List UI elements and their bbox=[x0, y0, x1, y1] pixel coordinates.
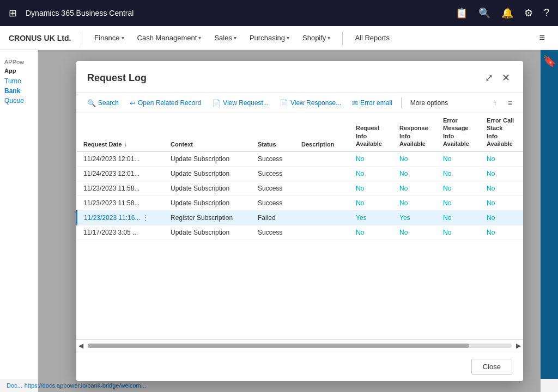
scroll-left-icon[interactable]: ◀ bbox=[76, 342, 86, 350]
request-date-cell: 11/24/2023 12:01... bbox=[77, 167, 164, 181]
sidebar: APPow App Turno Bank Queue bbox=[0, 50, 38, 392]
request-date-link[interactable]: 11/23/2023 11:16... bbox=[84, 214, 140, 222]
bookmark-icon[interactable]: 🔖 bbox=[543, 54, 556, 68]
th-error-message[interactable]: ErrorMessageInfoAvailable bbox=[436, 113, 480, 151]
th-request-info[interactable]: RequestInfoAvailable bbox=[349, 113, 393, 151]
nav-purchasing-label: Purchasing bbox=[250, 34, 285, 42]
column-settings-icon[interactable]: ≡ bbox=[504, 96, 517, 109]
table-row[interactable]: 11/23/2023 11:16...⋮Register Subscriptio… bbox=[77, 211, 523, 225]
nav-finance[interactable]: Finance ▾ bbox=[89, 26, 129, 50]
request-info-cell: No bbox=[349, 167, 393, 181]
app-title: Dynamics 365 Business Central bbox=[26, 9, 447, 17]
nav-divider bbox=[82, 32, 82, 45]
status-cell: Success bbox=[251, 181, 295, 196]
context-cell: Update Subscription bbox=[164, 181, 251, 196]
sidebar-content: APPow App Turno Bank Queue bbox=[0, 54, 38, 110]
nav-all-reports-label: All Reports bbox=[355, 34, 390, 42]
scroll-thumb[interactable] bbox=[88, 344, 469, 348]
main-area: Request Log ⤢ ✕ 🔍 Search ↩ Open Related … bbox=[38, 50, 541, 392]
table-row[interactable]: 11/24/2023 12:01...Update SubscriptionSu… bbox=[77, 151, 523, 167]
search-button[interactable]: 🔍 Search bbox=[83, 97, 123, 109]
nav-sales[interactable]: Sales ▾ bbox=[209, 26, 242, 50]
close-button[interactable]: Close bbox=[471, 359, 512, 375]
nav-shopify-label: Shopify bbox=[302, 34, 326, 42]
sidebar-section-label: App bbox=[4, 68, 33, 74]
gear-icon[interactable]: ⚙ bbox=[524, 7, 533, 19]
table-container[interactable]: Request Date ↓ Context Status bbox=[76, 113, 523, 339]
nav-finance-label: Finance bbox=[94, 34, 119, 42]
toolbar-separator bbox=[401, 97, 402, 108]
status-cell: Failed bbox=[251, 211, 295, 225]
description-cell bbox=[295, 196, 349, 211]
th-context[interactable]: Context bbox=[164, 113, 251, 151]
nav-purchasing[interactable]: Purchasing ▾ bbox=[244, 26, 295, 50]
error-call-stack-cell: No bbox=[480, 167, 523, 181]
sidebar-app-label: APPow bbox=[4, 59, 33, 65]
company-name[interactable]: CRONUS UK Ltd. bbox=[9, 34, 71, 42]
view-response-button[interactable]: 📄 View Response... bbox=[275, 97, 345, 109]
scroll-right-icon[interactable]: ▶ bbox=[514, 342, 523, 350]
nav-cash-label: Cash Management bbox=[137, 34, 197, 42]
sidebar-item-turno[interactable]: Turno bbox=[4, 76, 33, 86]
view-request-label: View Request... bbox=[223, 99, 269, 107]
document-icon[interactable]: 📋 bbox=[456, 7, 468, 19]
help-icon[interactable]: ? bbox=[544, 7, 549, 19]
error-email-button[interactable]: ✉ Error email bbox=[348, 97, 397, 109]
th-response-info-label: ResponseInfoAvailable bbox=[399, 125, 428, 147]
table-row[interactable]: 11/23/2023 11:58...Update SubscriptionSu… bbox=[77, 181, 523, 196]
close-icon[interactable]: ✕ bbox=[500, 70, 512, 86]
modal-body: Request Date ↓ Context Status bbox=[76, 113, 523, 352]
th-response-info[interactable]: ResponseInfoAvailable bbox=[393, 113, 436, 151]
th-status-label: Status bbox=[258, 141, 276, 148]
view-request-button[interactable]: 📄 View Request... bbox=[208, 97, 273, 109]
scroll-track[interactable] bbox=[88, 344, 512, 348]
horizontal-scrollbar[interactable]: ◀ ▶ bbox=[76, 339, 523, 352]
status-cell: Success bbox=[251, 151, 295, 167]
bell-icon[interactable]: 🔔 bbox=[501, 7, 513, 19]
sidebar-item-queue[interactable]: Queue bbox=[4, 96, 33, 106]
more-options-label: More options bbox=[410, 99, 448, 107]
top-navigation-bar: ⊞ Dynamics 365 Business Central 📋 🔍 🔔 ⚙ … bbox=[0, 0, 558, 26]
context-cell: Register Subscription bbox=[164, 211, 251, 225]
request-date-cell: 11/23/2023 11:58... bbox=[77, 181, 164, 196]
table-row[interactable]: 11/17/2023 3:05 ...Update SubscriptionSu… bbox=[77, 225, 523, 240]
grid-icon[interactable]: ⊞ bbox=[9, 7, 17, 19]
more-options-button[interactable]: More options bbox=[406, 97, 452, 109]
nav-shopify[interactable]: Shopify ▾ bbox=[297, 26, 336, 50]
view-response-icon: 📄 bbox=[280, 99, 288, 107]
context-cell: Update Subscription bbox=[164, 167, 251, 181]
th-error-message-label: ErrorMessageInfoAvailable bbox=[443, 117, 469, 147]
th-status[interactable]: Status bbox=[251, 113, 295, 151]
row-actions-icon[interactable]: ⋮ bbox=[140, 214, 151, 222]
nav-cash-management[interactable]: Cash Management ▾ bbox=[132, 26, 207, 50]
nav-purchasing-arrow: ▾ bbox=[287, 35, 289, 41]
th-request-date[interactable]: Request Date ↓ bbox=[77, 113, 164, 151]
status-cell: Success bbox=[251, 196, 295, 211]
nav-cash-arrow: ▾ bbox=[198, 35, 201, 41]
request-info-cell: No bbox=[349, 181, 393, 196]
table-row[interactable]: 11/23/2023 11:58...Update SubscriptionSu… bbox=[77, 196, 523, 211]
share-icon[interactable]: ↑ bbox=[489, 96, 501, 109]
context-cell: Update Subscription bbox=[164, 151, 251, 167]
error-call-stack-cell: No bbox=[480, 151, 523, 167]
response-info-cell: No bbox=[393, 167, 436, 181]
status-doc-text: Doc... bbox=[7, 382, 22, 389]
sidebar-item-bank[interactable]: Bank bbox=[4, 86, 33, 96]
th-description[interactable]: Description bbox=[295, 113, 349, 151]
hamburger-icon[interactable]: ≡ bbox=[535, 32, 549, 44]
context-cell: Update Subscription bbox=[164, 225, 251, 240]
expand-icon[interactable]: ⤢ bbox=[483, 70, 495, 86]
open-related-button[interactable]: ↩ Open Related Record bbox=[125, 97, 205, 109]
search-icon[interactable]: 🔍 bbox=[478, 7, 490, 19]
search-btn-icon: 🔍 bbox=[87, 99, 96, 107]
nav-all-reports[interactable]: All Reports bbox=[349, 26, 395, 50]
th-error-call-stack[interactable]: Error CallStackInfoAvailable bbox=[480, 113, 523, 151]
error-message-cell: No bbox=[436, 211, 480, 225]
request-date-cell: 11/17/2023 3:05 ... bbox=[77, 225, 164, 240]
th-error-call-stack-label: Error CallStackInfoAvailable bbox=[487, 117, 514, 147]
search-btn-label: Search bbox=[98, 99, 119, 107]
table-row[interactable]: 11/24/2023 12:01...Update SubscriptionSu… bbox=[77, 167, 523, 181]
toolbar-right: ↑ ≡ bbox=[489, 96, 517, 109]
error-call-stack-cell: No bbox=[480, 225, 523, 240]
nav-shopify-arrow: ▾ bbox=[327, 35, 330, 41]
